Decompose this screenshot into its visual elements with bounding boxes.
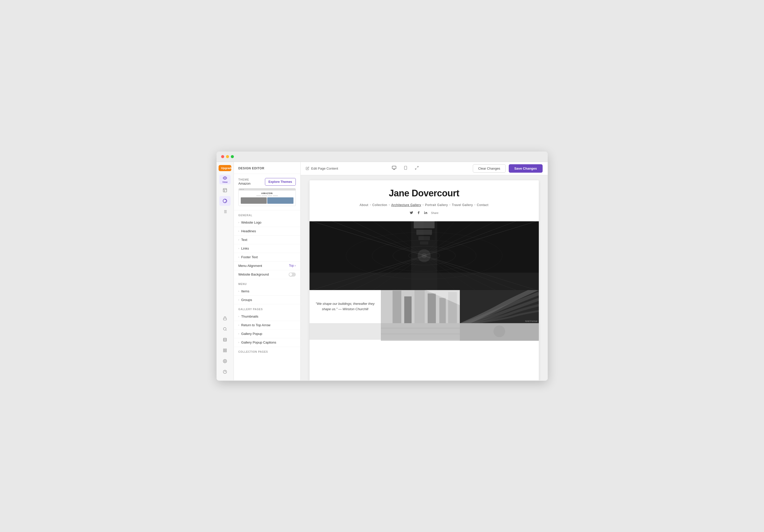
facebook-icon[interactable]	[417, 211, 420, 215]
menu-alignment-label: Menu Alignment	[239, 264, 262, 267]
svg-rect-17	[223, 349, 225, 350]
svg-rect-80	[381, 328, 460, 328]
nav-contact[interactable]: Contact	[476, 203, 490, 207]
panel-item-links[interactable]: › Links	[234, 244, 300, 253]
panel-item-website-logo[interactable]: › Website Logo	[234, 218, 300, 227]
panel-item-items[interactable]: › Items	[234, 287, 300, 296]
preview-line-3	[268, 196, 272, 196]
mobile-icon	[404, 166, 408, 170]
menu-section-label: MENU	[234, 279, 300, 287]
mobile-view-button[interactable]	[402, 164, 409, 172]
sidebar-item-palette[interactable]	[219, 196, 231, 206]
svg-line-30	[415, 168, 417, 169]
theme-preview: AMAZON	[239, 188, 296, 206]
theme-preview-title: AMAZON	[241, 192, 293, 195]
save-changes-button[interactable]: Save Changes	[509, 164, 543, 173]
sidebar-item-grid[interactable]	[219, 346, 231, 355]
panel-item-menu-alignment[interactable]: Menu Alignment Top ›	[234, 262, 300, 270]
preview-line-1	[256, 196, 261, 196]
svg-point-69	[421, 253, 427, 258]
site-nav: About • Collection • Architecture Galler…	[315, 203, 534, 207]
nav-architecture[interactable]: Architecture Gallery	[390, 203, 423, 207]
svg-rect-62	[420, 241, 428, 244]
nav-collection[interactable]: Collection	[371, 203, 389, 207]
upgrade-button[interactable]: Upgrade	[219, 165, 231, 171]
svg-point-83	[493, 325, 505, 337]
strip-svg-2	[460, 323, 539, 340]
preview-area: Jane Dovercourt About • Collection • Arc…	[300, 175, 548, 380]
desktop-view-button[interactable]	[391, 164, 398, 172]
chevron-icon: ›	[239, 238, 239, 241]
nav-about[interactable]: About	[358, 203, 370, 207]
sidebar-item-lock[interactable]	[219, 313, 231, 323]
maximize-button[interactable]	[231, 155, 234, 158]
panel-item-website-background[interactable]: Website Background	[234, 270, 300, 279]
sidebar-item-layout[interactable]	[219, 335, 231, 345]
traffic-lights	[221, 155, 234, 158]
nav-portrait[interactable]: Portrait Gallery	[424, 203, 450, 207]
fullscreen-button[interactable]	[414, 164, 420, 172]
strip-svg-1	[381, 323, 460, 340]
main-tunnel-image	[309, 221, 539, 290]
sidebar-item-design[interactable]	[219, 185, 231, 195]
building-svg-1	[381, 290, 460, 323]
sidebar-item-search[interactable]	[219, 324, 231, 334]
svg-rect-73	[415, 290, 425, 323]
site-header: Jane Dovercourt About • Collection • Arc…	[309, 180, 539, 221]
panel-item-thumbnails[interactable]: › Thumbnails	[234, 312, 300, 321]
collection-pages-section-label: COLLECTION PAGES	[234, 347, 300, 355]
desktop-icon	[392, 166, 396, 170]
sidebar-item-list[interactable]	[219, 207, 231, 217]
twitter-svg	[410, 211, 413, 214]
strip-cell-2	[460, 323, 539, 341]
chevron-down-icon: ›	[295, 264, 296, 267]
links-label: Links	[241, 247, 249, 250]
sidebar-item-help[interactable]	[219, 367, 231, 377]
general-section-label: GENERAL	[234, 210, 300, 218]
bottom-row: "We shape our buildings; thereafter they…	[309, 290, 539, 323]
sidebar-item-settings[interactable]	[219, 356, 231, 366]
headlines-label: Headlines	[241, 229, 256, 233]
explore-themes-button[interactable]: Explore Themes	[265, 178, 296, 186]
svg-rect-75	[439, 298, 446, 323]
sidebar-item-view[interactable]: View	[219, 175, 231, 184]
icon-sidebar: Upgrade View	[217, 162, 234, 380]
bottom-strip	[309, 323, 539, 340]
strip-cell-1	[381, 323, 460, 341]
chevron-icon: ›	[239, 298, 239, 301]
svg-rect-19	[225, 351, 227, 352]
panel-item-gallery-popup-captions[interactable]: › Gallery Popup Captions	[234, 338, 300, 347]
theme-name: Amazon	[239, 182, 251, 185]
svg-point-32	[424, 211, 425, 212]
preview-img-block-2	[267, 197, 293, 204]
text-label: Text	[241, 238, 247, 242]
panel-item-footer-text[interactable]: › Footer Text	[234, 253, 300, 262]
panel-header: DESIGN EDITOR	[234, 162, 300, 174]
grid-format-label[interactable]: Grid Format	[525, 320, 537, 322]
website-preview: Jane Dovercourt About • Collection • Arc…	[309, 180, 539, 380]
panel-item-text[interactable]: › Text	[234, 236, 300, 244]
linkedin-icon[interactable]	[424, 211, 428, 215]
panel-item-gallery-popup[interactable]: › Gallery Popup	[234, 329, 300, 338]
website-logo-label: Website Logo	[241, 221, 261, 224]
svg-rect-81	[381, 334, 460, 334]
panel-item-groups[interactable]: › Groups	[234, 296, 300, 304]
svg-rect-1	[223, 188, 227, 192]
panel-item-return-to-top[interactable]: › Return to Top Arrow	[234, 321, 300, 329]
clear-changes-button[interactable]: Clear Changes	[473, 164, 506, 173]
website-background-toggle[interactable]	[288, 272, 296, 276]
close-button[interactable]	[221, 155, 224, 158]
panel-item-headlines[interactable]: › Headlines	[234, 227, 300, 236]
preview-dot-1	[240, 189, 241, 190]
tunnel-svg	[309, 221, 539, 290]
gallery-popup-captions-label: Gallery Popup Captions	[241, 340, 276, 344]
nav-travel[interactable]: Travel Gallery	[451, 203, 475, 207]
svg-rect-71	[392, 290, 401, 323]
app-window: Upgrade View	[217, 151, 548, 381]
facebook-svg	[417, 211, 420, 214]
quote-text: "We shape our buildings; thereafter they…	[315, 301, 376, 312]
twitter-icon[interactable]	[410, 211, 413, 215]
svg-point-21	[224, 361, 226, 362]
svg-rect-27	[405, 166, 407, 169]
minimize-button[interactable]	[226, 155, 229, 158]
